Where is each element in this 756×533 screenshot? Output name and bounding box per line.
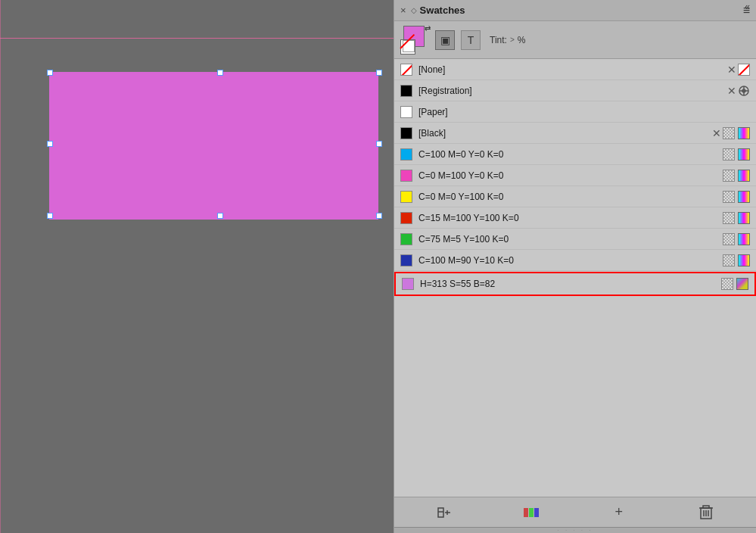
swatch-color-red	[400, 212, 412, 224]
swatch-color-registration	[400, 85, 412, 97]
swatch-color-blue	[400, 254, 412, 266]
swatch-row[interactable]: C=15 M=100 Y=100 K=0	[394, 207, 756, 229]
swatch-color-paper	[400, 106, 412, 118]
swatch-row[interactable]: C=100 M=90 Y=10 K=0	[394, 250, 756, 271]
delete-swatch-btn[interactable]	[695, 503, 717, 522]
toolbar-row: ⇄ ▣ T Tint: > %	[394, 21, 756, 59]
panel-footer: +	[394, 497, 756, 527]
swatch-name: C=100 M=0 Y=0 K=0	[418, 149, 723, 160]
new-color-group-icon	[437, 505, 452, 520]
swatch-icons	[723, 212, 750, 224]
swatch-color-magenta	[400, 170, 412, 182]
swatch-name: [None]	[418, 64, 727, 75]
handle-ml[interactable]	[47, 141, 53, 147]
trash-icon	[699, 505, 713, 520]
swatch-name: C=15 M=100 Y=100 K=0	[418, 213, 723, 223]
swatch-icons	[723, 254, 750, 266]
swatch-name: [Paper]	[418, 107, 750, 117]
swatch-name-hsb: H=313 S=55 B=82	[420, 279, 721, 289]
panel-header: × ◇ Swatches ≡	[394, 0, 756, 21]
swatch-name: [Registration]	[418, 86, 727, 96]
tint-label: Tint:	[490, 35, 507, 45]
handle-tr[interactable]	[376, 70, 382, 76]
tint-chevron[interactable]: >	[510, 36, 515, 44]
color-theme-icon	[523, 507, 540, 519]
diamond-icon: ◇	[411, 6, 417, 14]
swatches-list[interactable]: [None] ✕ [Registration] ✕	[394, 59, 756, 497]
swatch-color-yellow	[400, 191, 412, 203]
collapse-panel-btn[interactable]: «	[745, 2, 750, 12]
swatch-name: [Black]	[418, 128, 712, 139]
swatch-color-none	[400, 64, 412, 76]
handle-tm[interactable]	[217, 70, 223, 76]
panel-title: Swatches	[420, 5, 743, 16]
swatch-row[interactable]: C=0 M=100 Y=0 K=0	[394, 165, 756, 186]
swatch-icons	[723, 148, 750, 161]
new-swatch-icon: +	[614, 504, 623, 520]
swatch-row-selected[interactable]: H=313 S=55 B=82	[394, 272, 756, 296]
svg-rect-10	[534, 508, 539, 517]
svg-rect-13	[703, 506, 709, 508]
swatch-icons	[723, 170, 750, 182]
swatch-icons-hsb	[721, 278, 748, 290]
swatch-icons	[723, 233, 750, 245]
svg-rect-9	[529, 508, 534, 517]
fill-mode-btn[interactable]: ▣	[435, 30, 455, 50]
panel-close-icon[interactable]: ×	[400, 5, 406, 16]
swatch-color-hsb	[402, 278, 414, 290]
fill-mode-icon: ▣	[440, 34, 450, 46]
new-color-group-btn[interactable]	[434, 503, 455, 522]
swatch-row[interactable]: C=0 M=0 Y=100 K=0	[394, 186, 756, 207]
svg-rect-8	[524, 508, 528, 517]
guide-vertical	[0, 0, 1, 533]
swatch-icons: ✕	[712, 127, 750, 139]
text-mode-btn[interactable]: T	[461, 30, 481, 50]
text-mode-icon: T	[468, 34, 474, 46]
color-preview[interactable]: ⇄	[400, 26, 429, 55]
tint-percent: %	[518, 35, 526, 45]
swap-colors-icon[interactable]: ⇄	[425, 24, 431, 33]
handle-tl[interactable]	[47, 70, 53, 76]
swatch-row[interactable]: [Black] ✕	[394, 123, 756, 144]
handle-bm[interactable]	[217, 213, 223, 219]
handle-br[interactable]	[376, 213, 382, 219]
guide-horizontal	[0, 38, 394, 39]
swatch-row[interactable]: [Paper]	[394, 101, 756, 123]
handle-mr[interactable]	[376, 141, 382, 147]
swatch-color-cyan	[400, 148, 412, 161]
registration-icon	[738, 85, 750, 97]
swatch-row[interactable]: C=100 M=0 Y=0 K=0	[394, 144, 756, 165]
swatch-icons: ✕	[727, 85, 750, 97]
swatch-name: C=0 M=0 Y=100 K=0	[418, 192, 723, 202]
swatch-row[interactable]: [Registration] ✕	[394, 80, 756, 101]
stroke-color-swatch[interactable]	[400, 39, 415, 55]
swatches-panel: × ◇ Swatches ≡ « ⇄ ▣ T Tint: > %	[394, 0, 756, 533]
swatch-name: C=100 M=90 Y=10 K=0	[418, 255, 723, 266]
panel-resize-grip[interactable]: · · · · ·	[394, 527, 756, 533]
swatch-color-green	[400, 233, 412, 245]
canvas-area	[0, 0, 394, 533]
swatch-color-black	[400, 127, 412, 139]
swatch-icons	[723, 191, 750, 203]
svg-rect-4	[438, 508, 443, 517]
swatch-name: C=75 M=5 Y=100 K=0	[418, 234, 723, 245]
selected-shape[interactable]	[49, 72, 378, 220]
handle-bl[interactable]	[47, 213, 53, 219]
swatch-row[interactable]: [None] ✕	[394, 59, 756, 80]
swatch-name: C=0 M=100 Y=0 K=0	[418, 170, 723, 181]
swatch-row[interactable]: C=75 M=5 Y=100 K=0	[394, 229, 756, 250]
swatch-icons: ✕	[727, 64, 750, 76]
color-theme-btn[interactable]	[521, 503, 542, 522]
new-swatch-btn[interactable]: +	[608, 503, 630, 522]
